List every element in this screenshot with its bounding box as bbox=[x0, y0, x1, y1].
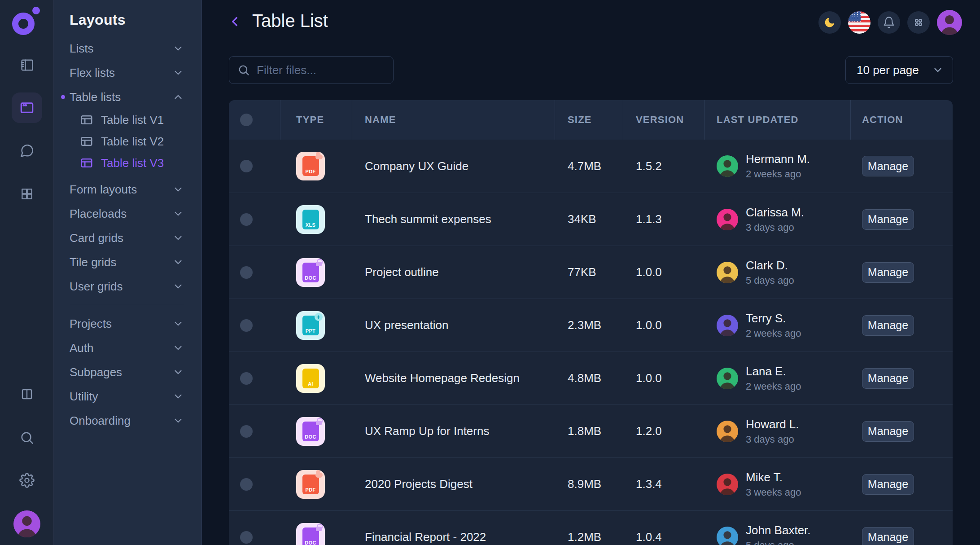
panels-layout-icon[interactable] bbox=[19, 57, 35, 73]
manage-button[interactable]: Manage bbox=[862, 156, 914, 176]
row-select-checkbox[interactable] bbox=[240, 372, 253, 385]
per-page-value: 10 per page bbox=[857, 63, 919, 77]
manage-button[interactable]: Manage bbox=[862, 209, 914, 230]
table-icon bbox=[80, 135, 93, 148]
sidebar-nav-item[interactable]: Flex lists bbox=[54, 61, 201, 85]
manage-button[interactable]: Manage bbox=[862, 315, 914, 336]
sidebar-nav-item[interactable]: Subpages bbox=[54, 360, 201, 384]
sidebar: Layouts Lists Flex lists Table lists Tab… bbox=[54, 0, 202, 545]
filter-files-input[interactable] bbox=[257, 63, 407, 77]
manage-button[interactable]: Manage bbox=[862, 421, 914, 442]
sidebar-nav-item[interactable]: Table lists bbox=[54, 85, 201, 109]
sidebar-nav-item[interactable]: Utility bbox=[54, 384, 201, 409]
grid-squares-icon[interactable] bbox=[20, 187, 34, 201]
chat-bubble-icon[interactable] bbox=[19, 143, 35, 158]
notifications-bell-button[interactable] bbox=[878, 11, 900, 34]
sidebar-nav-item[interactable]: Onboarding bbox=[54, 409, 201, 433]
table-row: PPT UX presentation 2.3MB 1.0.0 Terry S.… bbox=[229, 299, 953, 352]
file-name: 2020 Projects Digest bbox=[365, 477, 472, 491]
column-header-action: ACTION bbox=[862, 114, 903, 126]
row-select-checkbox[interactable] bbox=[240, 266, 253, 279]
updated-time: 5 days ago bbox=[746, 275, 794, 286]
file-version: 1.1.3 bbox=[636, 212, 662, 226]
manage-button[interactable]: Manage bbox=[862, 527, 914, 545]
file-type-icon: DOC bbox=[296, 258, 325, 287]
row-select-checkbox[interactable] bbox=[240, 478, 253, 491]
sidebar-divider bbox=[70, 305, 184, 305]
main-content: Table List 10 per bbox=[202, 0, 980, 545]
file-type-icon: AI bbox=[296, 364, 325, 393]
table-icon bbox=[80, 156, 93, 170]
topbar-actions bbox=[818, 10, 962, 35]
chevron-down-icon bbox=[172, 256, 184, 268]
updated-by: Terry S. bbox=[746, 312, 801, 325]
file-size: 2.3MB bbox=[568, 318, 601, 332]
table-row: PDF Company UX Guide 4.7MB 1.5.2 Hermann… bbox=[229, 140, 953, 193]
sidebar-nav-label: Onboarding bbox=[70, 414, 131, 428]
table-row: XLS Thech summit expenses 34KB 1.1.3 Cla… bbox=[229, 193, 953, 246]
sidebar-nav-item[interactable]: Placeloads bbox=[54, 202, 201, 226]
sidebar-nav-sublabel: Table list V2 bbox=[101, 135, 164, 149]
table-icon bbox=[80, 113, 93, 127]
row-select-checkbox[interactable] bbox=[240, 213, 253, 226]
sidebar-group-pages: Projects Auth Subpages Utility Onboardin… bbox=[54, 312, 201, 433]
avatar bbox=[717, 368, 738, 389]
per-page-select[interactable]: 10 per page bbox=[845, 56, 953, 84]
app-window-icon[interactable] bbox=[12, 92, 42, 123]
chevron-down-icon bbox=[172, 43, 184, 54]
file-size: 1.8MB bbox=[568, 424, 601, 438]
column-header-version: VERSION bbox=[636, 114, 684, 126]
chevron-down-icon bbox=[172, 415, 184, 426]
manage-button[interactable]: Manage bbox=[862, 262, 914, 283]
sidebar-nav-item[interactable]: Form layouts bbox=[54, 177, 201, 202]
row-select-checkbox[interactable] bbox=[240, 531, 253, 544]
table-row: DOC Financial Report - 2022 1.2MB 1.0.4 … bbox=[229, 510, 953, 545]
apps-grid-button[interactable] bbox=[907, 11, 930, 34]
rail-user-avatar[interactable] bbox=[13, 510, 40, 537]
sidebar-nav-item[interactable]: Projects bbox=[54, 312, 201, 336]
chevron-up-icon bbox=[172, 91, 184, 103]
updated-time: 2 weeks ago bbox=[746, 168, 810, 180]
select-all-checkbox[interactable] bbox=[240, 114, 253, 126]
file-type-icon: PDF bbox=[296, 470, 325, 499]
updated-time: 3 days ago bbox=[746, 434, 799, 445]
row-select-checkbox[interactable] bbox=[240, 160, 253, 172]
sidebar-nav-item[interactable]: User grids bbox=[54, 274, 201, 299]
settings-gear-icon[interactable] bbox=[19, 473, 35, 488]
row-select-checkbox[interactable] bbox=[240, 319, 253, 332]
chevron-down-icon bbox=[172, 366, 184, 378]
chevron-down-icon bbox=[172, 232, 184, 244]
manage-button[interactable]: Manage bbox=[862, 474, 914, 495]
sidebar-nav-subitem[interactable]: Table list V3 bbox=[54, 152, 201, 174]
updated-time: 2 weeks ago bbox=[746, 328, 801, 339]
table-row: AI Website Homepage Redesign 4.8MB 1.0.0… bbox=[229, 352, 953, 404]
columns-icon[interactable] bbox=[20, 387, 34, 401]
table-row: PDF 2020 Projects Digest 8.9MB 1.3.4 Mik… bbox=[229, 457, 953, 510]
brand-logo[interactable] bbox=[12, 6, 41, 36]
table-row: DOC Project outline 77KB 1.0.0 Clark D. … bbox=[229, 246, 953, 299]
back-button[interactable] bbox=[227, 13, 243, 30]
sidebar-nav-label: Auth bbox=[70, 341, 94, 355]
file-size: 1.2MB bbox=[568, 530, 601, 544]
sidebar-nav-subitem[interactable]: Table list V2 bbox=[54, 131, 201, 152]
search-icon[interactable] bbox=[19, 430, 35, 445]
sidebar-nav-item[interactable]: Tile grids bbox=[54, 250, 201, 274]
language-flag-button[interactable] bbox=[848, 11, 871, 34]
file-size: 77KB bbox=[568, 265, 596, 279]
manage-button[interactable]: Manage bbox=[862, 368, 914, 389]
file-version: 1.0.0 bbox=[636, 265, 662, 279]
file-name: UX presentation bbox=[365, 318, 448, 332]
dark-mode-toggle-button[interactable] bbox=[818, 11, 841, 34]
sidebar-nav-item[interactable]: Lists bbox=[54, 36, 201, 61]
topbar-user-avatar[interactable] bbox=[937, 10, 962, 35]
avatar bbox=[717, 262, 738, 283]
sidebar-nav-item[interactable]: Card grids bbox=[54, 226, 201, 250]
sidebar-nav-subitem[interactable]: Table list V1 bbox=[54, 109, 201, 131]
sidebar-nav-item[interactable]: Auth bbox=[54, 336, 201, 360]
sidebar-nav-label: Tile grids bbox=[70, 255, 117, 269]
row-select-checkbox[interactable] bbox=[240, 425, 253, 438]
file-version: 1.0.0 bbox=[636, 371, 662, 385]
table-row: DOC UX Ramp Up for Interns 1.8MB 1.2.0 H… bbox=[229, 404, 953, 457]
updated-time: 3 weeks ago bbox=[746, 487, 801, 498]
avatar bbox=[717, 155, 738, 177]
